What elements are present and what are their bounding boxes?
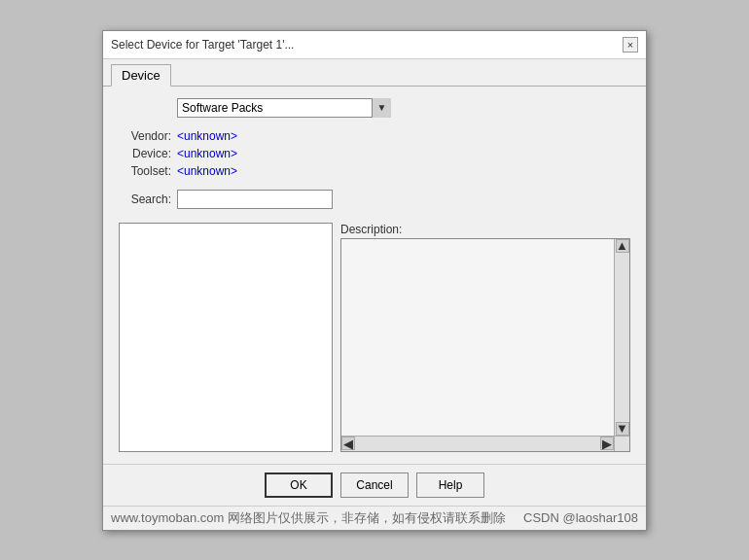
watermark-left: www.toymoban.com 网络图片仅供展示，非存储，如有侵权请联系删除	[111, 509, 506, 527]
device-label: Device:	[119, 147, 177, 160]
cancel-button[interactable]: Cancel	[340, 472, 409, 498]
description-panel: ▲ ▼ ◀ ▶	[340, 238, 630, 452]
tab-device[interactable]: Device	[111, 64, 171, 87]
device-value[interactable]: <unknown>	[177, 147, 630, 160]
dialog-content: Software Packs ▼ Vendor: <unknown> Devic…	[103, 87, 646, 464]
tab-device-label: Device	[122, 68, 160, 83]
right-panel-wrapper: Description: ▲ ▼ ◀	[340, 223, 630, 452]
watermark-bar: www.toymoban.com 网络图片仅供展示，非存储，如有侵权请联系删除 …	[103, 506, 646, 530]
horizontal-scrollbar[interactable]: ◀ ▶	[341, 436, 614, 451]
scroll-right-button[interactable]: ▶	[600, 437, 614, 450]
help-button[interactable]: Help	[416, 472, 484, 498]
info-grid: Vendor: <unknown> Device: <unknown> Tool…	[119, 129, 630, 178]
dialog-footer: OK Cancel Help	[103, 464, 646, 506]
dropdown-row: Software Packs ▼	[177, 98, 630, 118]
scroll-left-button[interactable]: ◀	[341, 437, 355, 450]
dropdown-wrapper: Software Packs ▼	[177, 98, 391, 118]
scroll-up-button[interactable]: ▲	[616, 239, 629, 253]
vendor-label: Vendor:	[119, 129, 177, 143]
search-input[interactable]	[177, 190, 333, 209]
tab-bar: Device	[103, 59, 646, 87]
scrollbar-corner	[614, 436, 629, 451]
close-button[interactable]: ×	[623, 37, 638, 52]
software-packs-dropdown[interactable]: Software Packs	[177, 98, 391, 118]
panels-row: Description: ▲ ▼ ◀	[119, 223, 630, 452]
scroll-down-button[interactable]: ▼	[616, 422, 629, 436]
title-bar: Select Device for Target 'Target 1'... ×	[103, 31, 646, 59]
description-label: Description:	[340, 223, 630, 236]
device-list-panel[interactable]	[119, 223, 333, 452]
vendor-value[interactable]: <unknown>	[177, 129, 630, 143]
scroll-right-icon: ▶	[602, 437, 612, 451]
vertical-scrollbar[interactable]: ▲ ▼	[614, 239, 629, 436]
search-row: Search:	[119, 190, 630, 209]
dialog-title: Select Device for Target 'Target 1'...	[111, 38, 294, 52]
ok-button[interactable]: OK	[265, 472, 333, 498]
dialog-window: Select Device for Target 'Target 1'... ×…	[102, 30, 647, 531]
toolset-label: Toolset:	[119, 164, 177, 178]
scroll-left-icon: ◀	[343, 437, 353, 451]
watermark-right: CSDN @laoshar108	[523, 510, 638, 525]
toolset-value[interactable]: <unknown>	[177, 164, 630, 178]
scroll-down-icon: ▼	[616, 421, 628, 436]
scroll-up-icon: ▲	[616, 238, 628, 253]
search-label: Search:	[119, 192, 177, 206]
